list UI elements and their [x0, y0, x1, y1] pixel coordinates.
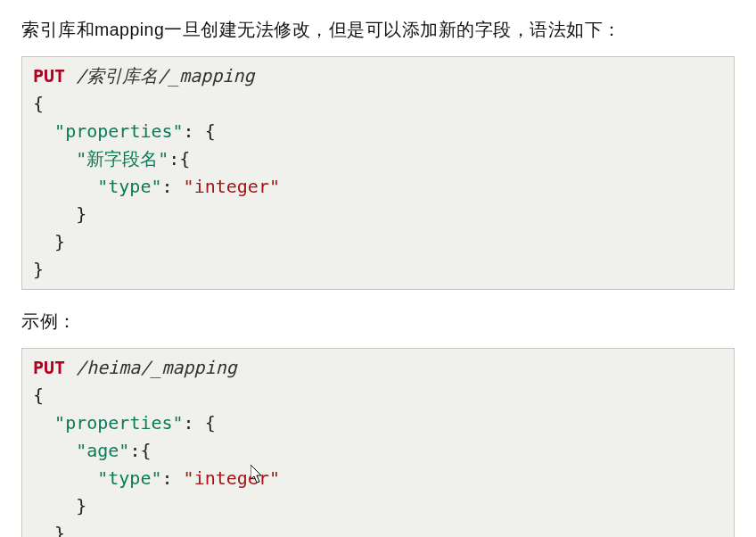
- code-block-example: PUT /heima/_mapping { "properties": { "a…: [21, 348, 735, 537]
- type-value: "integer": [184, 467, 280, 489]
- method-keyword: PUT: [33, 65, 65, 87]
- field-key: "新字段名": [76, 148, 168, 169]
- field-key: "age": [76, 440, 129, 461]
- type-key: "type": [97, 467, 161, 489]
- properties-key: "properties": [54, 412, 184, 434]
- request-path: /heima/_mapping: [65, 357, 237, 378]
- example-label: 示例：: [21, 310, 735, 334]
- code-block-syntax: PUT /索引库名/_mapping { "properties": { "新字…: [21, 56, 735, 290]
- request-path: /索引库名/_mapping: [65, 65, 254, 87]
- method-keyword: PUT: [33, 357, 65, 378]
- properties-key: "properties": [54, 120, 184, 142]
- intro-text: 索引库和mapping一旦创建无法修改，但是可以添加新的字段，语法如下：: [21, 18, 735, 42]
- type-key: "type": [97, 176, 161, 197]
- type-value: "integer": [184, 176, 280, 197]
